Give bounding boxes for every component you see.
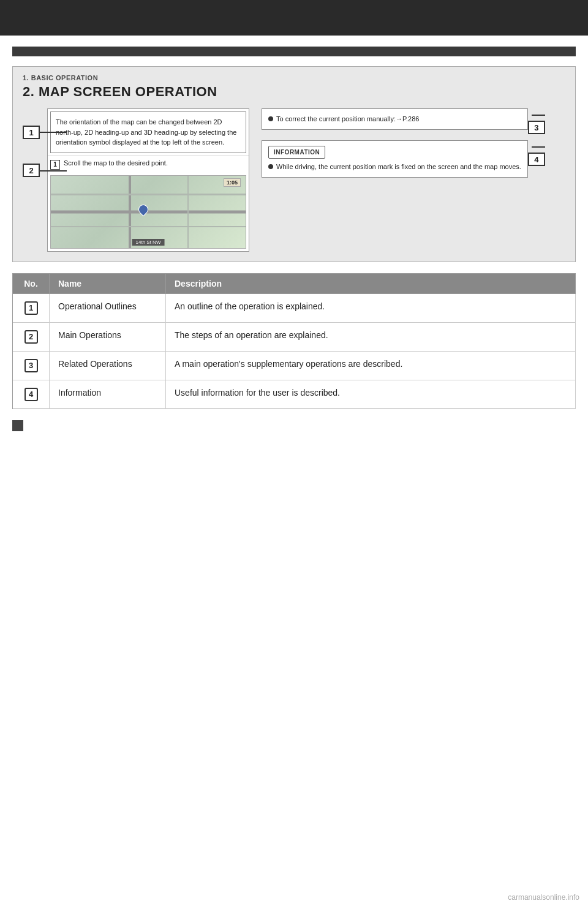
bullet-dot-info: [268, 164, 273, 169]
diagram-content-row: 1 2 The orientation of the map ca: [23, 108, 565, 252]
right-panel-group: To correct the current position manually…: [262, 108, 550, 184]
cell-name-4: Information: [50, 380, 166, 409]
num-badge-2: 2: [24, 330, 38, 344]
table-row: 4InformationUseful information for the u…: [13, 380, 576, 409]
related-bullet: To correct the current position manually…: [268, 114, 521, 124]
cell-no-4: 4: [13, 380, 50, 409]
cell-name-1: Operational Outlines: [50, 293, 166, 322]
cell-name-3: Related Operations: [50, 351, 166, 380]
col-header-name: Name: [50, 273, 166, 293]
marker-line-2: [40, 170, 67, 172]
map-road-v: [129, 176, 131, 248]
cell-no-3: 3: [13, 351, 50, 380]
cell-no-1: 1: [13, 293, 50, 322]
diagram-screenshot: The orientation of the map can be change…: [47, 108, 249, 252]
cell-description-2: The steps of an operation are explained.: [166, 322, 576, 351]
map-position-icon: [137, 202, 151, 216]
diagram-title: 2. MAP SCREEN OPERATION: [23, 84, 565, 100]
map-road-h2: [51, 194, 246, 195]
table-row: 1Operational OutlinesAn outline of the o…: [13, 293, 576, 322]
screenshot-main-box: The orientation of the map can be change…: [50, 111, 246, 153]
screenshot-step-row: 1 Scroll the map to the desired point.: [48, 156, 249, 173]
top-header-bar: [0, 0, 588, 36]
data-table: No. Name Description 1Operational Outlin…: [12, 273, 576, 409]
right-marker-col-4: 4: [528, 140, 545, 166]
map-label-overlay: 14th St NW: [132, 239, 165, 246]
cell-description-4: Useful information for the user is descr…: [166, 380, 576, 409]
table-row: 2Main OperationsThe steps of an operatio…: [13, 322, 576, 351]
content-area: 1. BASIC OPERATION 2. MAP SCREEN OPERATI…: [12, 56, 576, 431]
info-panel-text: While driving, the current position mark…: [276, 162, 521, 172]
marker-line-1: [40, 132, 67, 133]
num-badge-1: 1: [24, 301, 38, 315]
section-header: [12, 47, 576, 56]
marker-line-right-4: [532, 146, 545, 148]
cell-description-3: A main operation's supplementary operati…: [166, 351, 576, 380]
marker-line-right-3: [532, 115, 545, 116]
main-box-text: The orientation of the map can be change…: [56, 118, 236, 146]
num-badge-4: 4: [24, 388, 38, 401]
map-placeholder: 1:05 14th St NW: [50, 175, 246, 249]
diagram-box: 1. BASIC OPERATION 2. MAP SCREEN OPERATI…: [12, 66, 576, 262]
map-road-v2: [187, 176, 189, 248]
cell-description-1: An outline of the operation is explained…: [166, 293, 576, 322]
related-panel-text: To correct the current position manually…: [276, 114, 419, 124]
step-text: Scroll the map to the desired point.: [64, 159, 168, 167]
info-bullet: While driving, the current position mark…: [268, 162, 521, 172]
page-wrapper: 1. BASIC OPERATION 2. MAP SCREEN OPERATI…: [0, 0, 588, 909]
marker-4: 4: [528, 153, 545, 166]
related-panel: To correct the current position manually…: [262, 108, 528, 130]
right-panel-row-4: INFORMATION While driving, the current p…: [262, 140, 550, 178]
num-badge-3: 3: [24, 359, 38, 372]
bottom-section-header: [12, 420, 576, 431]
bullet-dot-related: [268, 116, 273, 121]
diagram-breadcrumb: 1. BASIC OPERATION: [23, 74, 565, 81]
right-panel-row-3: To correct the current position manually…: [262, 108, 550, 134]
info-badge: INFORMATION: [268, 146, 325, 159]
col-header-description: Description: [166, 273, 576, 293]
map-time-badge: 1:05: [224, 178, 241, 187]
table-row: 3Related OperationsA main operation's su…: [13, 351, 576, 380]
map-road-h3: [51, 226, 246, 227]
cell-no-2: 2: [13, 322, 50, 351]
bottom-section-square: [12, 420, 23, 431]
diagram-left: 1 2 The orientation of the map ca: [23, 108, 255, 252]
step-num: 1: [50, 160, 60, 170]
marker-1: 1: [23, 126, 40, 139]
table-header-row: No. Name Description: [13, 273, 576, 293]
footer-watermark: carmanualsonline.info: [508, 893, 579, 902]
marker-3: 3: [528, 121, 545, 134]
cell-name-2: Main Operations: [50, 322, 166, 351]
diagram-inner: 1. BASIC OPERATION 2. MAP SCREEN OPERATI…: [13, 67, 575, 262]
col-header-no: No.: [13, 273, 50, 293]
info-panel: INFORMATION While driving, the current p…: [262, 140, 528, 178]
marker-2: 2: [23, 164, 40, 177]
right-marker-col-3: 3: [528, 108, 545, 134]
